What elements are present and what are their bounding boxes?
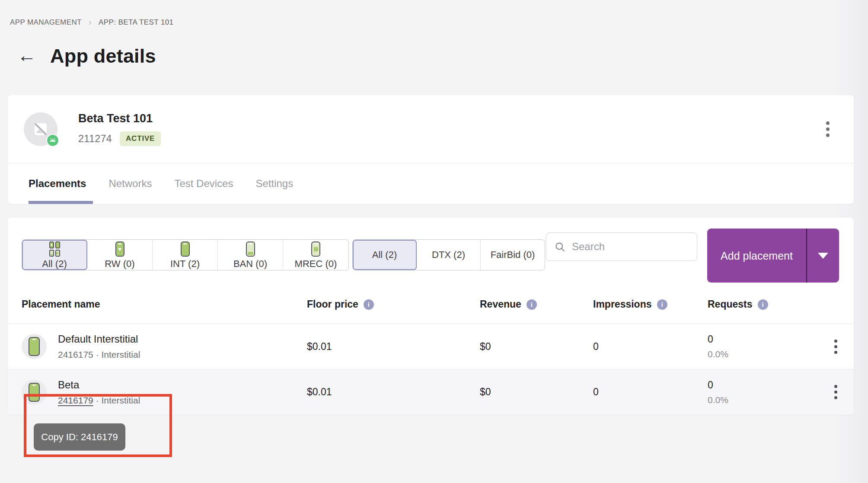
filter-network-fairbid[interactable]: FairBid (0) xyxy=(481,240,545,270)
table-row[interactable]: Default Interstitial 2416175 · Interstit… xyxy=(8,324,854,369)
add-placement-split-button: Add placement xyxy=(707,229,839,283)
filter-type-mrec[interactable]: MREC (0) xyxy=(283,240,348,270)
app-header: Beta Test 101 211274 ACTIVE xyxy=(8,95,854,163)
requests-cell: 0 0.0% xyxy=(708,334,811,359)
filter-network-all[interactable]: All (2) xyxy=(353,240,417,270)
info-icon[interactable]: i xyxy=(657,299,667,310)
tab-placements[interactable]: Placements xyxy=(29,163,86,204)
placements-toolbar: All (2) RW (0) INT (2) BAN (0) MREC (0) … xyxy=(8,218,854,285)
placement-id[interactable]: 2416175 xyxy=(58,350,93,359)
page-title-row: ← App details xyxy=(17,45,156,67)
impressions-value: 0 xyxy=(593,341,708,353)
placement-name: Beta xyxy=(58,379,140,391)
app-kebab-menu-icon[interactable] xyxy=(823,118,833,140)
app-id: 211274 xyxy=(78,133,112,145)
col-revenue: Revenue i xyxy=(480,299,593,310)
all-placement-types-icon xyxy=(49,242,60,257)
placement-avatar xyxy=(22,334,47,359)
revenue-value: $0 xyxy=(480,386,593,398)
info-icon[interactable]: i xyxy=(364,299,374,310)
android-badge-icon xyxy=(46,134,59,147)
search-box xyxy=(546,232,697,261)
filter-type-all[interactable]: All (2) xyxy=(22,240,87,270)
placement-subtitle: 2416175 · Interstitial xyxy=(58,350,140,360)
placement-type: Interstitial xyxy=(101,350,140,359)
interstitial-phone-icon xyxy=(29,383,40,402)
placement-name: Default Interstitial xyxy=(58,333,140,345)
fill-rate-value: 0.0% xyxy=(708,395,811,405)
caret-down-icon xyxy=(818,253,828,259)
col-requests: Requests i xyxy=(708,299,811,310)
filter-type-ban[interactable]: BAN (0) xyxy=(218,240,283,270)
col-placement-name: Placement name xyxy=(22,299,307,310)
placements-card: All (2) RW (0) INT (2) BAN (0) MREC (0) … xyxy=(8,218,854,415)
placement-type: Interstitial xyxy=(101,395,140,405)
add-placement-button[interactable]: Add placement xyxy=(707,229,806,283)
banner-phone-icon xyxy=(246,242,255,257)
requests-cell: 0 0.0% xyxy=(708,379,811,405)
breadcrumb: APP MANAGEMENT › APP: BETA TEST 101 xyxy=(10,17,173,27)
floor-price-value: $0.01 xyxy=(307,341,480,353)
app-meta: Beta Test 101 211274 ACTIVE xyxy=(78,112,161,146)
placement-id-link[interactable]: 2416179 xyxy=(58,395,93,405)
filter-type-rw[interactable]: RW (0) xyxy=(87,240,153,270)
rewarded-phone-icon xyxy=(115,242,124,257)
tab-test-devices[interactable]: Test Devices xyxy=(174,163,233,204)
info-icon[interactable]: i xyxy=(527,299,537,310)
app-name: Beta Test 101 xyxy=(78,112,161,125)
placement-type-filter: All (2) RW (0) INT (2) BAN (0) MREC (0) xyxy=(22,239,349,270)
requests-value: 0 xyxy=(708,379,811,391)
revenue-value: $0 xyxy=(480,341,593,353)
row-kebab-menu-icon[interactable] xyxy=(831,381,841,403)
app-summary-card: Beta Test 101 211274 ACTIVE Placements N… xyxy=(8,95,854,204)
table-row[interactable]: Beta 2416179 · Interstitial $0.01 $0 0 0… xyxy=(8,369,854,415)
app-avatar xyxy=(24,112,57,146)
copy-id-tooltip: Copy ID: 2416179 xyxy=(34,423,125,451)
row-kebab-menu-icon[interactable] xyxy=(831,336,841,357)
back-arrow-icon[interactable]: ← xyxy=(17,46,36,67)
page-title: App details xyxy=(50,45,156,67)
tab-networks[interactable]: Networks xyxy=(108,163,152,204)
requests-value: 0 xyxy=(708,334,811,345)
search-input[interactable] xyxy=(572,241,689,253)
placement-subtitle: 2416179 · Interstitial xyxy=(58,395,140,406)
filter-network-dtx[interactable]: DTX (2) xyxy=(417,240,481,270)
tab-bar: Placements Networks Test Devices Setting… xyxy=(8,163,854,204)
network-filter: All (2) DTX (2) FairBid (0) xyxy=(352,239,545,270)
chevron-right-icon: › xyxy=(89,17,92,27)
search-icon xyxy=(554,241,566,253)
table-header: Placement name Floor price i Revenue i I… xyxy=(8,285,854,324)
status-badge: ACTIVE xyxy=(120,131,161,146)
col-floor-price: Floor price i xyxy=(307,299,480,310)
add-placement-dropdown[interactable] xyxy=(806,229,839,283)
fill-rate-value: 0.0% xyxy=(708,349,811,359)
floor-price-value: $0.01 xyxy=(307,386,480,398)
info-icon[interactable]: i xyxy=(758,299,768,310)
breadcrumb-app-management[interactable]: APP MANAGEMENT xyxy=(10,18,82,27)
filter-type-int[interactable]: INT (2) xyxy=(153,240,218,270)
placement-avatar xyxy=(22,380,47,405)
mrec-phone-icon xyxy=(311,242,320,257)
breadcrumb-current-app: APP: BETA TEST 101 xyxy=(99,18,174,27)
tab-settings[interactable]: Settings xyxy=(255,163,293,204)
interstitial-phone-icon xyxy=(29,337,40,356)
interstitial-phone-icon xyxy=(181,242,190,257)
col-impressions: Impressions i xyxy=(593,299,708,310)
impressions-value: 0 xyxy=(593,386,708,398)
